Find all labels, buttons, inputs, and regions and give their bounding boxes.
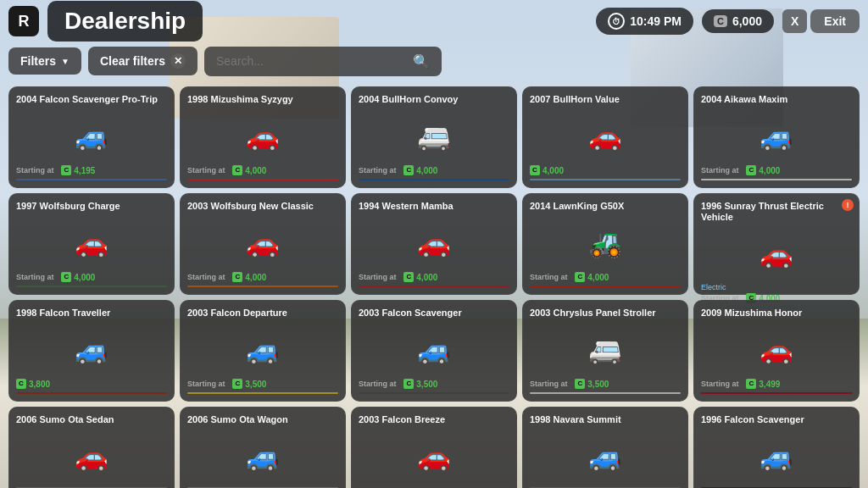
car-emoji: 🚗 xyxy=(709,230,844,277)
car-image-area: 🚗 xyxy=(359,215,509,270)
car-card[interactable]: ! 1996 Sunray Thrust Electric Vehicle 🚗 … xyxy=(693,193,860,295)
card-accent xyxy=(359,286,509,287)
price-amount: 4,000 xyxy=(759,166,780,175)
car-emoji: 🚗 xyxy=(366,219,502,266)
car-image-area: 🚙 xyxy=(16,108,167,164)
car-name: 2003 Falcon Breeze xyxy=(359,414,509,425)
car-price: Starting at C 4,195 xyxy=(16,165,167,175)
car-card[interactable]: 2003 Chryslus Panel Stroller 🚐 Starting … xyxy=(522,300,688,402)
car-emoji: 🚗 xyxy=(537,113,673,159)
car-card[interactable]: 1998 Navara Summit 🚙 xyxy=(522,407,688,488)
car-emoji: 🚙 xyxy=(366,326,502,373)
car-emoji: 🚗 xyxy=(709,326,844,373)
electric-badge: Electric xyxy=(701,283,852,291)
price-label: Starting at xyxy=(359,166,397,175)
car-name: 2014 LawnKing G50X xyxy=(530,201,681,212)
card-accent xyxy=(530,179,681,180)
car-name: 2004 Aikawa Maxim xyxy=(701,94,852,105)
car-card[interactable]: 1998 Falcon Traveller 🚙 C 3,800 xyxy=(8,300,175,402)
filters-button[interactable]: Filters ▼ xyxy=(8,47,81,75)
car-card[interactable]: 2003 Falcon Scavenger 🚙 Starting at C 3,… xyxy=(351,300,517,402)
car-name: 2004 BullHorn Convoy xyxy=(359,94,509,105)
car-card[interactable]: 2003 Falcon Breeze 🚗 xyxy=(351,407,517,488)
car-price: Starting at C 3,500 xyxy=(359,379,509,389)
car-price: Starting at C 3,500 xyxy=(530,379,681,389)
price-icon: C xyxy=(746,165,756,175)
close-exit-group: X Exit xyxy=(782,9,860,33)
car-name: 2007 BullHorn Value xyxy=(530,94,681,105)
car-price: Starting at C 4,000 xyxy=(530,272,681,282)
price-label: Starting at xyxy=(187,166,225,175)
ui-overlay: R Dealership ⏱ 10:49 PM C 6,000 X Exit F… xyxy=(0,0,868,488)
card-accent xyxy=(530,286,681,287)
card-accent xyxy=(187,286,338,287)
price-label: Starting at xyxy=(187,273,225,281)
price-label: Starting at xyxy=(359,273,397,281)
top-bar: R Dealership ⏱ 10:49 PM C 6,000 X Exit xyxy=(0,0,868,42)
car-card[interactable]: 2003 Wolfsburg New Classic 🚗 Starting at… xyxy=(180,193,346,295)
car-price: C 3,800 xyxy=(16,379,167,389)
car-card[interactable]: 1997 Wolfsburg Charge 🚗 Starting at C 4,… xyxy=(8,193,175,295)
price-amount: 4,000 xyxy=(542,166,564,175)
car-card[interactable]: 1996 Falcon Scavenger 🚙 xyxy=(693,407,860,488)
price-label: Starting at xyxy=(16,166,54,175)
price-icon: C xyxy=(232,379,242,389)
roblox-logo: R xyxy=(8,6,39,36)
price-amount: 4,000 xyxy=(245,166,266,175)
car-card[interactable]: 2006 Sumo Ota Sedan 🚗 xyxy=(8,407,175,488)
search-icon: 🔍 xyxy=(413,53,430,69)
time-text: 10:49 PM xyxy=(630,14,682,28)
car-card[interactable]: 2004 Aikawa Maxim 🚙 Starting at C 4,000 xyxy=(693,86,860,188)
price-icon: C xyxy=(575,272,585,282)
car-emoji: 🚙 xyxy=(537,433,673,480)
currency-amount: 6,000 xyxy=(732,14,762,28)
car-emoji: 🚐 xyxy=(366,113,502,159)
car-name: 1998 Mizushima Syzygy xyxy=(187,94,338,105)
car-emoji: 🚙 xyxy=(709,433,844,480)
price-label: Starting at xyxy=(530,273,568,281)
clear-filters-label: Clear filters xyxy=(100,54,165,68)
car-card[interactable]: 1998 Mizushima Syzygy 🚗 Starting at C 4,… xyxy=(180,86,346,188)
search-bar: 🔍 xyxy=(204,47,442,76)
car-emoji: 🚙 xyxy=(195,326,331,373)
exit-button[interactable]: Exit xyxy=(810,9,860,33)
car-name: 2004 Falcon Scavenger Pro-Trip xyxy=(16,94,167,105)
alert-dot: ! xyxy=(842,199,854,211)
car-price: Starting at C 4,000 xyxy=(701,165,852,175)
car-name: 2003 Wolfsburg New Classic xyxy=(187,201,338,212)
car-card[interactable]: 2003 Falcon Departure 🚙 Starting at C 3,… xyxy=(180,300,346,402)
price-label: Starting at xyxy=(187,380,225,388)
car-image-area: 🚐 xyxy=(359,108,509,164)
car-image-area: 🚙 xyxy=(359,322,509,377)
card-accent xyxy=(187,392,338,394)
close-button[interactable]: X xyxy=(782,9,807,33)
card-accent xyxy=(359,179,509,180)
car-image-area: 🚗 xyxy=(16,429,167,484)
car-card[interactable]: 2014 LawnKing G50X 🚜 Starting at C 4,000 xyxy=(522,193,688,295)
car-card[interactable]: 1994 Western Mamba 🚗 Starting at C 4,000 xyxy=(351,193,517,295)
car-image-area: 🚙 xyxy=(187,322,338,377)
price-amount: 3,500 xyxy=(587,380,609,389)
card-accent xyxy=(16,392,167,394)
car-card[interactable]: 2007 BullHorn Value 🚗 C 4,000 xyxy=(522,86,688,188)
car-card[interactable]: 2004 BullHorn Convoy 🚐 Starting at C 4,0… xyxy=(351,86,517,188)
filters-arrow-icon: ▼ xyxy=(61,57,70,66)
price-amount: 4,195 xyxy=(74,166,95,175)
car-price: C 4,000 xyxy=(530,165,681,175)
car-emoji: 🚗 xyxy=(24,433,159,480)
car-name: 2003 Falcon Scavenger xyxy=(359,308,509,319)
car-image-area: 🚗 xyxy=(359,429,509,484)
clear-filters-button[interactable]: Clear filters ✕ xyxy=(88,47,198,75)
price-amount: 3,800 xyxy=(29,380,50,389)
card-accent xyxy=(530,392,681,394)
car-price: Starting at C 4,000 xyxy=(187,272,338,282)
price-amount: 4,000 xyxy=(416,166,437,175)
car-card[interactable]: 2009 Mizushima Honor 🚗 Starting at C 3,4… xyxy=(693,300,860,402)
car-name: 2009 Mizushima Honor xyxy=(701,308,852,319)
search-input[interactable] xyxy=(216,54,406,68)
car-card[interactable]: 2006 Sumo Ota Wagon 🚙 xyxy=(180,407,346,488)
car-image-area: 🚙 xyxy=(701,429,852,484)
car-price: Starting at C 4,000 xyxy=(16,272,167,282)
car-image-area: 🚙 xyxy=(16,322,167,377)
car-card[interactable]: 2004 Falcon Scavenger Pro-Trip 🚙 Startin… xyxy=(8,86,175,188)
